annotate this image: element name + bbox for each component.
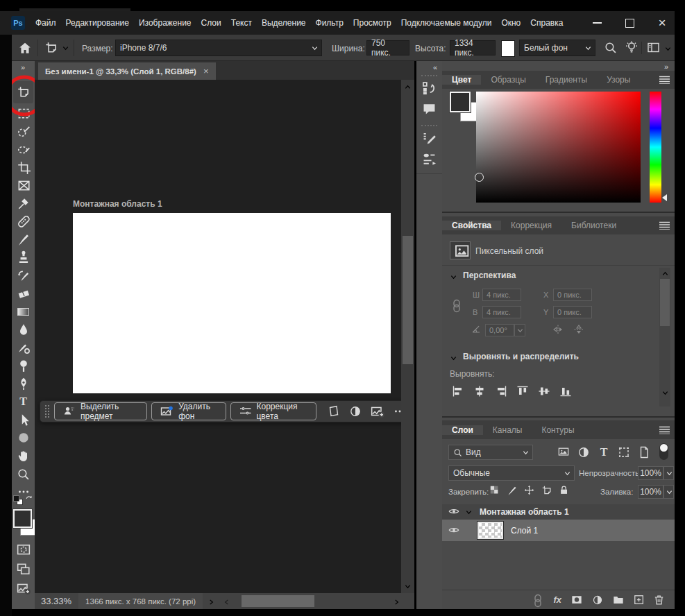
pen-tool[interactable]	[12, 375, 35, 393]
menu-item[interactable]: Изображение	[134, 18, 196, 28]
eraser-tool[interactable]	[12, 284, 35, 302]
history-panel-icon[interactable]	[421, 80, 437, 96]
new-group-icon[interactable]	[612, 594, 625, 606]
gradient-tool[interactable]	[12, 302, 35, 320]
lasso-tool[interactable]	[12, 140, 35, 158]
tab-Цвет[interactable]: Цвет	[442, 75, 481, 85]
background-select[interactable]: Белый фон	[519, 40, 595, 56]
close-button[interactable]: ×	[651, 11, 673, 35]
menu-item[interactable]: Справка	[525, 18, 568, 28]
home-icon[interactable]	[18, 41, 32, 55]
menu-item[interactable]: Просмотр	[348, 18, 396, 28]
fill-field[interactable]: 100%	[638, 485, 663, 499]
zoom-tool[interactable]	[12, 465, 35, 483]
tab-Свойства[interactable]: Свойства	[442, 221, 501, 230]
properties-scroll-thumb[interactable]	[660, 279, 670, 326]
type-tool[interactable]: T	[12, 393, 35, 411]
mixer-brush-tool[interactable]	[12, 339, 35, 357]
height-input[interactable]: 1334 пикс.	[450, 40, 496, 55]
visibility-eye-icon2[interactable]	[442, 525, 466, 536]
layer-filter-toggle[interactable]	[659, 443, 668, 460]
lock-transparency-icon[interactable]	[489, 485, 500, 496]
share-image-icon[interactable]	[16, 581, 31, 595]
workspace-chevron-icon[interactable]	[665, 46, 670, 51]
width-input[interactable]: 750 пикс.	[366, 40, 409, 55]
remove-background-button[interactable]: Удалить фон	[151, 402, 226, 420]
artboard-preset-chevron-icon[interactable]	[62, 45, 68, 51]
align-section-title[interactable]: Выровнять и распределить	[463, 352, 579, 361]
menu-item[interactable]: Слои	[196, 18, 226, 28]
history-brush-tool[interactable]	[12, 266, 35, 284]
align-section-chevron-icon[interactable]	[450, 355, 456, 361]
menu-item[interactable]: Файл	[31, 18, 61, 28]
opacity-dropdown[interactable]	[663, 466, 674, 480]
minimize-button[interactable]	[586, 11, 609, 35]
color-picker-marker[interactable]	[475, 173, 484, 182]
visibility-eye-icon[interactable]	[442, 506, 466, 517]
foreground-color-box[interactable]	[13, 509, 32, 528]
dodge-tool[interactable]	[12, 357, 35, 375]
layer-style-fx-icon[interactable]: fx	[553, 594, 561, 605]
hscroll-thumb[interactable]	[242, 595, 314, 607]
blend-mode-select[interactable]: Обычные	[448, 465, 575, 481]
select-subject-button[interactable]: Выделить предмет	[54, 402, 147, 420]
document-tab-close-icon[interactable]: ×	[203, 66, 209, 76]
layer-filter-select[interactable]: Вид	[448, 445, 533, 460]
brush-settings-panel-icon[interactable]	[421, 130, 437, 146]
perspective-chevron-icon[interactable]	[450, 274, 456, 280]
comments-panel-icon[interactable]	[421, 101, 437, 117]
layer-row-selected[interactable]: Слой 1	[442, 520, 675, 541]
search-icon[interactable]	[604, 41, 617, 54]
panels-collapse-button[interactable]: »	[664, 62, 669, 71]
maximize-button[interactable]	[619, 11, 641, 35]
tab-Градиенты[interactable]: Градиенты	[536, 75, 597, 85]
vscroll-down-icon[interactable]	[405, 583, 410, 589]
background-color-swatch[interactable]	[501, 40, 515, 57]
menu-item[interactable]: Выделение	[257, 18, 311, 28]
ellipse-tool[interactable]	[12, 429, 35, 447]
layer-name[interactable]: Слой 1	[511, 526, 538, 536]
menu-item[interactable]: Фильтр	[311, 18, 348, 28]
document-tab[interactable]: Без имени-1 @ 33,3% (Слой 1, RGB/8#) ×	[38, 62, 216, 80]
menu-item[interactable]: Редактирование	[61, 18, 134, 28]
hand-tool[interactable]	[12, 447, 35, 465]
hscroll-right-icon[interactable]	[394, 599, 399, 604]
artboard-tool-preset-icon[interactable]	[44, 41, 58, 55]
artboard-group-name[interactable]: Монтажная область 1	[480, 507, 569, 517]
crop-tool[interactable]	[12, 158, 35, 176]
clone-stamp-tool[interactable]	[12, 248, 35, 266]
properties-scrollbar[interactable]	[659, 268, 670, 407]
hue-slider[interactable]	[650, 92, 661, 203]
artboard-group-chevron-icon[interactable]	[466, 509, 471, 515]
properties-scroll-up-icon[interactable]	[662, 271, 668, 276]
add-image-button[interactable]	[371, 404, 384, 418]
lock-pixels-icon[interactable]	[507, 485, 518, 496]
zoom-level[interactable]: 33.33%	[41, 596, 71, 606]
tab-Коррекция[interactable]: Коррекция	[501, 221, 561, 230]
layers-panel-menu-icon[interactable]	[654, 420, 675, 439]
menu-item[interactable]: Подключаемые модули	[396, 18, 497, 28]
color-fg-swatch[interactable]	[450, 92, 471, 112]
add-mask-icon[interactable]	[570, 594, 583, 606]
perspective-title[interactable]: Перспектива	[463, 271, 516, 280]
saturation-square[interactable]	[476, 92, 641, 203]
healing-brush-tool[interactable]	[12, 212, 35, 230]
tab-Библиотеки[interactable]: Библиотеки	[561, 221, 626, 230]
adjustment-button[interactable]	[348, 404, 362, 418]
dock-collapse-button[interactable]: «	[416, 61, 442, 71]
vscroll-up-icon[interactable]	[405, 84, 410, 89]
tab-Слои[interactable]: Слои	[442, 425, 483, 435]
eyedropper-tool[interactable]	[12, 194, 35, 212]
menu-item[interactable]: Текст	[226, 18, 257, 28]
adjustment-layer-icon[interactable]	[592, 594, 603, 606]
swap-colors-icon[interactable]	[24, 494, 34, 504]
blur-tool[interactable]	[12, 320, 35, 339]
new-layer-icon[interactable]	[634, 594, 645, 606]
pixel-filter-icon[interactable]	[557, 446, 570, 459]
discover-bulb-icon[interactable]	[625, 40, 639, 55]
hscroll-track[interactable]	[229, 593, 394, 609]
align-right-button[interactable]	[493, 383, 509, 400]
color-correction-button[interactable]: Коррекция цвета	[230, 402, 317, 420]
layer-row-artboard[interactable]: Монтажная область 1	[442, 504, 675, 520]
lock-all-icon[interactable]	[559, 485, 570, 496]
